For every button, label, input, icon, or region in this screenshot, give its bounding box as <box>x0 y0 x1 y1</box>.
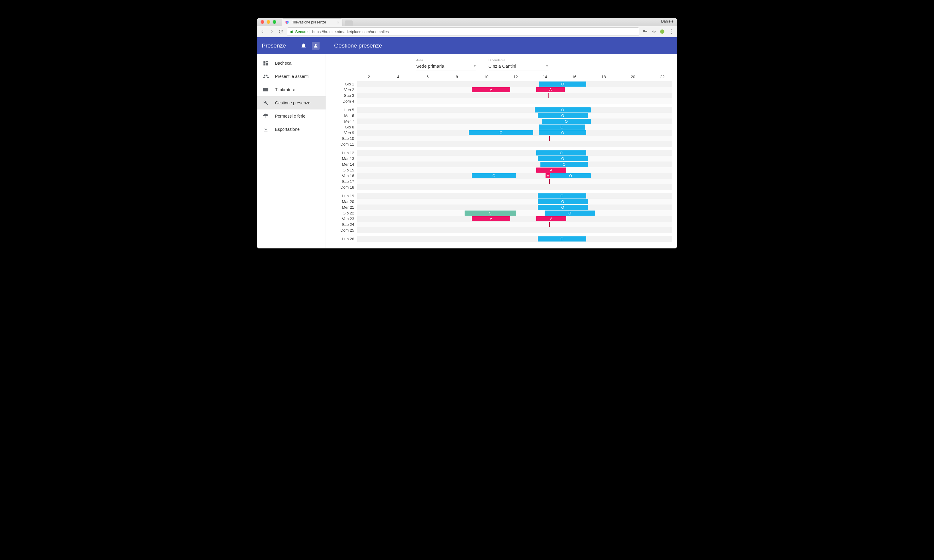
close-icon[interactable]: × <box>337 20 339 25</box>
reload-button[interactable] <box>278 29 284 34</box>
day-track[interactable]: O <box>357 118 672 124</box>
tick-marker <box>549 179 550 184</box>
day-track[interactable]: O <box>357 81 672 87</box>
window-minimize-button[interactable] <box>267 20 270 24</box>
extension-icon[interactable] <box>660 29 664 34</box>
presence-bar[interactable]: O <box>538 113 588 118</box>
presence-bar[interactable]: A <box>536 87 565 92</box>
sidebar-item-umbrella[interactable]: Permessi e ferie <box>257 109 325 123</box>
week-separator <box>326 104 677 107</box>
menu-icon[interactable]: ⋮ <box>669 28 674 35</box>
day-track[interactable]: O <box>357 193 672 199</box>
sidebar: BachecaPresenti e assentiTimbratureGesti… <box>257 54 326 248</box>
day-label: Dom 4 <box>326 98 357 104</box>
day-track[interactable]: A <box>357 167 672 173</box>
day-track[interactable]: O <box>357 156 672 162</box>
timeline-row: Sab 3 <box>326 92 677 98</box>
sidebar-item-dashboard[interactable]: Bacheca <box>257 57 325 70</box>
presence-bar[interactable]: O <box>535 108 591 112</box>
day-track[interactable] <box>357 222 672 228</box>
presence-bar[interactable]: A <box>472 87 510 92</box>
day-track[interactable] <box>357 185 672 190</box>
presence-bar[interactable]: S <box>465 211 516 215</box>
presence-bar[interactable]: O <box>538 205 588 210</box>
hour-label: 22 <box>647 75 677 79</box>
bell-icon[interactable] <box>300 42 307 49</box>
presence-bar[interactable]: O <box>545 211 595 215</box>
day-track[interactable] <box>357 178 672 185</box>
star-icon[interactable]: ☆ <box>652 29 656 35</box>
day-track[interactable] <box>357 142 672 147</box>
back-button[interactable] <box>260 29 265 34</box>
presence-bar[interactable]: O <box>469 130 533 135</box>
user-avatar[interactable] <box>312 42 319 50</box>
day-track[interactable]: O <box>357 113 672 118</box>
filter-employee[interactable]: Dipendente Cinzia Cantini ▼ <box>489 58 549 70</box>
presence-bar[interactable]: O <box>542 119 591 124</box>
day-label: Mer 21 <box>326 205 357 210</box>
day-label: Lun 5 <box>326 107 357 113</box>
url-input[interactable]: Secure | https://hrsuite.ntmarketplace.c… <box>287 28 639 36</box>
day-label: Lun 19 <box>326 193 357 199</box>
presence-bar[interactable]: O <box>538 236 586 242</box>
browser-tab-active[interactable]: Rilevazione presenze × <box>282 18 342 26</box>
people-icon <box>262 73 269 80</box>
forward-button[interactable] <box>269 29 274 34</box>
sidebar-item-people[interactable]: Presenti e assenti <box>257 70 325 83</box>
day-track[interactable]: O <box>357 124 672 130</box>
presence-bar[interactable]: A <box>536 216 566 222</box>
day-track[interactable]: O <box>357 236 672 242</box>
day-track[interactable]: AA <box>357 216 672 222</box>
day-label: Sab 17 <box>326 178 357 185</box>
presence-bar[interactable]: O <box>540 162 588 167</box>
window-close-button[interactable] <box>260 20 264 24</box>
presence-bar[interactable]: O <box>550 173 590 178</box>
day-track[interactable] <box>357 98 672 104</box>
day-track[interactable] <box>357 92 672 98</box>
window-zoom-button[interactable] <box>273 20 276 24</box>
sidebar-item-download[interactable]: Esportazione <box>257 123 325 136</box>
timeline-row: Mer 21O <box>326 205 677 210</box>
day-track[interactable]: AA <box>357 87 672 92</box>
presence-bar[interactable]: O <box>538 156 588 161</box>
sidebar-item-wrench[interactable]: Gestione presenze <box>257 96 325 109</box>
day-label: Ven 9 <box>326 130 357 135</box>
timeline-row: Mar 6O <box>326 113 677 118</box>
timeline-row: Lun 26O <box>326 236 677 242</box>
day-track[interactable]: O <box>357 107 672 113</box>
day-track[interactable]: SO <box>357 210 672 216</box>
day-label: Mer 7 <box>326 118 357 124</box>
timeline-row: Dom 11 <box>326 142 677 147</box>
day-track[interactable]: O <box>357 199 672 205</box>
day-track[interactable]: O <box>357 205 672 210</box>
presence-bar[interactable]: O <box>472 173 516 178</box>
day-track[interactable] <box>357 228 672 233</box>
day-track[interactable]: OAO <box>357 173 672 178</box>
filter-area-value: Sede primaria <box>416 63 444 69</box>
presence-bar[interactable]: O <box>538 199 588 204</box>
presence-bar[interactable]: O <box>536 150 586 155</box>
presence-bar[interactable]: A <box>472 216 510 222</box>
timeline-row: Sab 17 <box>326 178 677 185</box>
wrench-icon <box>262 100 269 106</box>
timeline-row: Ven 16OAO <box>326 173 677 178</box>
key-icon[interactable] <box>643 29 647 34</box>
presence-bar[interactable]: O <box>539 125 585 130</box>
hour-label: 10 <box>472 75 501 79</box>
presence-bar[interactable]: A <box>536 168 566 172</box>
day-track[interactable] <box>357 135 672 142</box>
presence-bar[interactable]: O <box>539 130 586 135</box>
day-track[interactable]: OO <box>357 130 672 135</box>
presence-bar[interactable]: O <box>539 82 586 87</box>
profile-name[interactable]: Daniele <box>661 19 674 23</box>
presence-bar[interactable]: O <box>538 193 586 198</box>
day-track[interactable]: O <box>357 162 672 167</box>
day-track[interactable]: O <box>357 150 672 156</box>
timeline-row: Mer 14O <box>326 162 677 167</box>
timeline-row: Dom 18 <box>326 185 677 190</box>
timeline-row: Gio 1O <box>326 81 677 87</box>
presence-bar[interactable]: A <box>546 173 551 178</box>
filter-area[interactable]: Area Sede primaria ▼ <box>416 58 476 70</box>
sidebar-item-card[interactable]: Timbrature <box>257 83 325 96</box>
new-tab-button[interactable] <box>345 20 353 26</box>
